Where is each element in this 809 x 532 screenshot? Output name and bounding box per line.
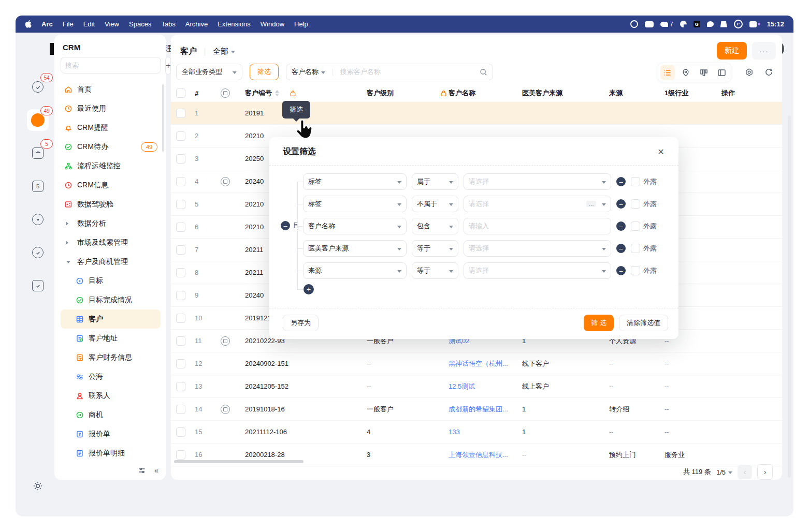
row-checkbox[interactable] [176,200,185,209]
header-num[interactable]: # [195,84,215,102]
status-app3-icon[interactable] [720,21,727,27]
sidebar-item-crm-reminder[interactable]: CRM提醒 [61,118,161,137]
row-checkbox[interactable] [176,336,185,346]
operator-select[interactable]: 属于 [412,173,458,190]
status-g-icon[interactable]: G [694,21,700,27]
remove-condition-button[interactable]: – [616,177,626,186]
settings-gear-icon[interactable] [23,480,53,492]
menu-archive[interactable]: Archive [185,20,208,28]
rail-pin-icon[interactable] [27,242,49,263]
rail-crm-icon[interactable]: 49 [27,109,49,131]
status-call-icon[interactable]: 7 [660,21,673,28]
sidebar-collapse-icon[interactable]: « [154,466,158,475]
vertical-scrollbar[interactable] [788,115,791,478]
value-select[interactable]: 请选择… [464,196,611,212]
operator-select[interactable]: 不属于 [412,196,458,212]
field-select[interactable]: 医美客户来源 [303,240,407,257]
row-checkbox[interactable] [176,131,185,141]
row-checkbox[interactable] [176,450,185,460]
row-checkbox[interactable] [176,291,185,300]
sidebar-item-contacts[interactable]: 联系人 [61,386,161,405]
overt-checkbox[interactable] [631,221,640,231]
new-button[interactable]: 新建 [717,42,747,60]
rail-tasks-icon[interactable] [27,275,49,297]
customer-link[interactable]: 成都新的希望集团... [449,398,520,420]
row-checkbox[interactable] [176,154,185,164]
customer-link[interactable]: 黑神话悟空（杭州... [449,352,520,375]
header-level[interactable]: 客户级别 [367,84,444,102]
header-code[interactable]: 客户编号 [245,84,363,102]
menu-arc[interactable]: Arc [41,20,53,28]
menu-file[interactable]: File [63,20,74,28]
more-button[interactable]: ··· [752,42,776,60]
table-row[interactable]: 1 20191 [171,102,782,125]
page-size-select[interactable]: 1/5 [716,468,732,476]
value-select[interactable]: 请选择 [464,173,611,190]
sidebar-item-public-pool[interactable]: 公海 [61,367,161,386]
condition-connector[interactable]: –且 [281,221,299,230]
clear-filter-button[interactable]: 清除筛选值 [619,315,668,331]
row-checkbox[interactable] [176,314,185,323]
search-field-select[interactable]: 客户名称 [292,67,319,77]
sidebar-item-process-monitor[interactable]: 流程运维监控 [61,156,161,175]
business-type-select[interactable]: 全部业务类型 [176,64,242,80]
sidebar-item-customers[interactable]: 客户 [61,309,161,329]
remove-condition-button[interactable]: – [616,221,626,231]
menu-spaces[interactable]: Spaces [129,20,151,28]
menu-view[interactable]: View [105,20,119,28]
sidebar-item-recent[interactable]: 最近使用 [61,99,161,118]
status-app4-icon[interactable] [749,21,760,27]
sidebar-item-quote-details[interactable]: 报价单明细 [61,444,161,463]
sidebar-group-customer-biz[interactable]: 客户及商机管理 [61,252,161,271]
menu-window[interactable]: Window [261,20,284,28]
header-industry[interactable]: 1级行业 [664,84,716,102]
row-checkbox[interactable] [176,268,185,277]
add-condition-button[interactable]: + [304,284,314,294]
remove-condition-button[interactable]: – [616,244,626,253]
split-view-icon[interactable] [715,65,729,80]
rail-approvals-icon[interactable]: 54 [27,76,49,98]
sidebar-group-data-analysis[interactable]: 数据分析 [61,214,161,233]
horizontal-scrollbar[interactable] [174,460,304,463]
header-source-med[interactable]: 医美客户来源 [522,84,605,102]
sidebar-item-customer-finance[interactable]: 客户财务信息 [61,348,161,367]
row-checkbox[interactable] [176,245,185,255]
customer-link[interactable]: 133 [449,421,520,443]
table-row[interactable]: 13 20241205-152 -- 12.5测试 线上客户 -- -- [171,375,782,398]
select-all-checkbox[interactable] [176,88,185,98]
rail-workbench-icon[interactable]: 5 [27,142,49,164]
remove-condition-button[interactable]: – [616,266,626,275]
overt-checkbox[interactable] [631,199,640,209]
sidebar-item-crm-info[interactable]: CRM信息 [61,175,161,195]
row-checkbox[interactable] [176,109,185,118]
close-icon[interactable]: ✕ [655,145,667,158]
row-checkbox[interactable] [176,223,185,232]
sidebar-item-quotes[interactable]: 报价单 [61,424,161,444]
save-as-button[interactable]: 另存为 [283,315,319,331]
customer-search-combo[interactable]: 客户名称 ｜ 搜索客户名称 [286,64,493,80]
rail-target-icon[interactable] [27,209,49,230]
overt-checkbox[interactable] [631,266,640,275]
status-app2-icon[interactable] [707,21,714,27]
next-page-button[interactable]: › [757,464,773,480]
sidebar-add-button[interactable]: + [165,57,171,75]
row-checkbox[interactable] [176,359,185,368]
header-action[interactable]: 操作 [721,84,773,102]
row-checkbox[interactable] [176,405,185,414]
view-select[interactable]: 全部 [213,47,235,56]
value-select[interactable]: 请选择 [464,262,611,279]
table-row[interactable]: 15 20211112-106 4 133 1 -- -- [171,421,782,444]
filter-button[interactable]: 筛选 [250,64,279,80]
map-view-icon[interactable] [678,65,693,80]
menu-extensions[interactable]: Extensions [218,20,251,28]
apply-filter-button[interactable]: 筛 选 [584,315,614,331]
prev-page-button[interactable]: ‹ [738,465,752,479]
field-select[interactable]: 标签 [303,196,407,212]
operator-select[interactable]: 等于 [412,240,458,257]
sidebar-item-crm-todo[interactable]: CRM待办49 [61,137,161,156]
overt-checkbox[interactable] [631,177,640,186]
rail-calendar-icon[interactable]: 5 [27,175,49,197]
apple-icon[interactable] [25,20,32,28]
search-icon[interactable] [480,68,487,76]
sidebar-item-home[interactable]: 首页 [61,80,161,99]
